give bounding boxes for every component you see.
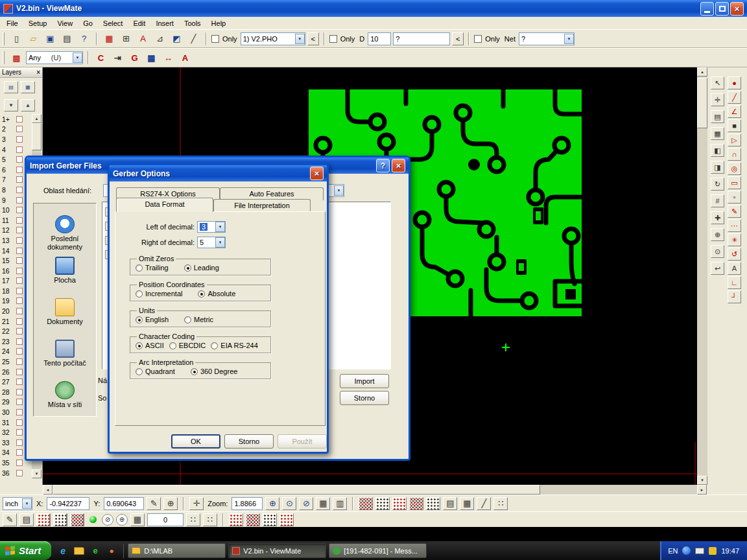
taskbar-task-button[interactable]: V2.bin - ViewMate [228,543,326,558]
only-net-checkbox[interactable] [474,35,482,43]
slope-icon[interactable]: ╱ [477,497,491,510]
film-box-icon[interactable]: ▦ [711,127,724,140]
triangle-tool-icon[interactable]: ▷ [728,134,741,146]
grid-toggle-icon[interactable]: ▦ [316,497,330,510]
radio-option[interactable]: Metric [184,316,213,323]
clock[interactable]: 19:47 [721,547,739,555]
film-table-icon[interactable]: ▤ [19,513,34,526]
hook-tool-icon[interactable]: ┘ [728,290,741,303]
radio-option[interactable]: EBCDIC [169,342,206,349]
menu-item[interactable]: Edit [128,18,150,29]
scroll-up-icon[interactable]: ▲ [697,67,707,76]
aperture-pattern-icon[interactable] [263,513,277,526]
menu-item[interactable]: Tools [179,18,206,29]
rotate-icon[interactable]: ↻ [711,178,724,191]
horizontal-scrollbar[interactable]: ◄ ► [43,485,707,495]
emule-quicklaunch-icon[interactable]: e [89,545,101,557]
circle-probe-icon[interactable]: ⊘ [102,514,113,526]
radio-option[interactable]: 360 Degree [191,368,238,375]
layer-down-icon[interactable]: ▼ [4,99,18,111]
circle-origin-icon[interactable]: ⊕ [116,514,128,526]
pattern-select-icon[interactable]: ▦ [102,32,117,46]
layer-combo[interactable]: 1) V2.PHO ▼ [241,32,305,45]
browser-quicklaunch-icon[interactable]: ● [106,545,117,557]
corner-tool-icon[interactable]: ∟ [728,276,741,289]
dcode-table-icon[interactable]: ▥ [333,497,347,510]
polyline-tool-icon[interactable]: ∠ [728,105,741,118]
apply-button[interactable]: Použít [278,434,327,449]
angle-measure-icon[interactable]: ⊿ [152,32,167,46]
language-indicator[interactable]: EN [668,547,678,555]
rect-tool-icon[interactable]: ▭ [728,176,741,189]
origin-icon[interactable]: ⊕ [163,497,178,510]
layer-list-icon[interactable]: ▤ [4,81,18,93]
open-file-icon[interactable]: ▱ [26,32,41,46]
arc-tool-icon[interactable]: ∩ [728,148,741,161]
toolbar-grip[interactable] [3,32,5,45]
layer-grid-icon[interactable]: ▦ [21,81,35,93]
import-dialog-close-button[interactable]: × [392,159,405,172]
taskbar-task-button[interactable]: D:\MLAB [128,543,226,558]
radio-option[interactable]: Leading [184,264,219,272]
ie-quicklaunch-icon[interactable]: e [57,545,69,557]
close-button[interactable]: × [730,2,744,16]
radio-option[interactable]: Absolute [198,290,235,298]
grid2-icon[interactable]: ▦ [460,497,474,510]
menu-item[interactable]: Setup [23,18,53,29]
keyboard-icon[interactable] [695,548,704,554]
table-icon[interactable]: ▤ [443,497,457,510]
print-icon[interactable]: ▤ [60,32,75,46]
place-recent-documents[interactable]: Poslední dokumenty [35,215,95,246]
start-button[interactable]: Start [0,541,51,560]
notification-icon[interactable] [709,547,717,555]
scroll-up-icon[interactable]: ▲ [32,114,42,123]
menu-item[interactable]: Go [78,18,98,29]
prev-layer-button[interactable]: < [307,32,319,45]
radio-option[interactable]: Incremental [136,290,182,298]
menu-item[interactable]: Insert [150,18,179,29]
explorer-quicklaunch-icon[interactable] [73,545,85,557]
corner-marker-icon[interactable]: ◩ [169,32,184,46]
restore-button[interactable] [715,2,729,16]
import-cancel-button[interactable]: Storno [340,391,389,405]
net-combo[interactable]: ? ▼ [519,32,575,45]
small-rect-tool-icon[interactable]: ▫ [728,191,741,204]
scroll-left-icon[interactable]: ◄ [43,485,53,495]
radio-option[interactable]: ASCII [136,342,164,349]
place-documents[interactable]: Dokumenty [35,298,95,329]
radio-option[interactable]: Quadrant [136,368,175,375]
save-icon[interactable]: ▣ [43,32,58,46]
place-network[interactable]: Místa v síti [35,381,95,412]
aperture-c-icon[interactable] [70,513,84,526]
menu-item[interactable]: View [52,18,78,29]
grid-snap-icon[interactable]: # [711,194,724,207]
cancel-button[interactable]: Storno [224,434,274,449]
only-dcode-checkbox[interactable] [329,35,337,43]
menu-item[interactable]: File [1,18,23,29]
dotted-tool-icon[interactable]: ⋯ [728,219,741,232]
aperture-pattern-icon[interactable] [409,497,423,510]
aperture-pattern-icon[interactable] [392,497,407,510]
aperture-pattern-icon[interactable] [246,513,260,526]
sketch-tool-icon[interactable]: ✎ [728,205,741,218]
ok-button[interactable]: OK [171,434,220,449]
window-select-icon[interactable]: ⊞ [119,32,134,46]
dot-grid-icon[interactable]: ∷ [186,513,200,526]
minimize-button[interactable] [700,2,714,16]
burst-tool-icon[interactable]: ✳ [728,233,741,246]
aperture-pattern-icon[interactable] [229,513,243,526]
rotate-tool-icon[interactable]: ↺ [728,248,741,261]
radio-option[interactable]: Trailing [136,264,169,272]
line-tool-icon[interactable]: ╱ [728,91,741,104]
tab[interactable]: Auto Features [220,187,324,200]
dialog-help-button[interactable]: ? [376,159,390,172]
mirror-h-icon[interactable]: ◧ [711,144,724,157]
status-led-icon[interactable] [89,516,97,523]
filled-rect-tool-icon[interactable]: ■ [728,119,741,132]
toolbar-grip[interactable] [3,51,5,64]
layer-table-icon[interactable]: ▤ [711,110,724,123]
edit-tool-icon[interactable]: ✎ [3,513,17,526]
zoom-area-icon[interactable]: ⊕ [711,228,724,241]
scrollbar-thumb[interactable] [53,485,540,495]
stretch-icon[interactable]: ↔ [161,51,176,65]
